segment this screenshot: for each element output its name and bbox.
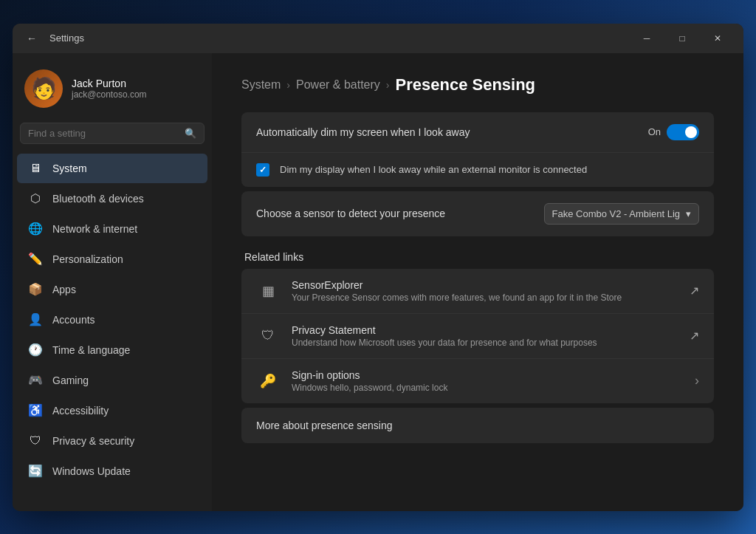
search-box[interactable]: 🔍 bbox=[20, 123, 205, 144]
nav-icon-accounts: 👤 bbox=[27, 312, 44, 328]
external-icon-sensor-explorer: ↗ bbox=[690, 284, 699, 298]
link-row-privacy-statement[interactable]: 🛡 Privacy Statement Understand how Micro… bbox=[241, 314, 714, 359]
toggle-label: On bbox=[648, 126, 661, 137]
nav-list: 🖥System⬡Bluetooth & devices🌐Network & in… bbox=[13, 153, 212, 487]
sidebar-item-apps[interactable]: 📦Apps bbox=[17, 275, 207, 304]
user-name: Jack Purton bbox=[72, 78, 147, 89]
nav-label-accessibility: Accessibility bbox=[52, 405, 109, 417]
nav-label-system: System bbox=[52, 162, 87, 174]
nav-icon-bluetooth: ⬡ bbox=[27, 191, 44, 207]
sensor-label: Choose a sensor to detect your presence bbox=[256, 208, 445, 219]
sensor-row: Choose a sensor to detect your presence … bbox=[241, 191, 714, 236]
nav-icon-privacy: 🛡 bbox=[27, 433, 44, 449]
nav-label-accounts: Accounts bbox=[52, 314, 95, 326]
sidebar-item-gaming[interactable]: 🎮Gaming bbox=[17, 366, 207, 395]
nav-icon-accessibility: ♿ bbox=[27, 403, 44, 419]
dim-screen-toggle[interactable] bbox=[667, 124, 699, 140]
close-button[interactable]: ✕ bbox=[701, 27, 735, 50]
dim-monitor-row[interactable]: Dim my display when I look away while an… bbox=[241, 153, 714, 187]
link-icon-privacy-statement: 🛡 bbox=[256, 324, 280, 348]
avatar: 🧑 bbox=[24, 69, 63, 108]
sidebar-item-update[interactable]: 🔄Windows Update bbox=[17, 456, 207, 486]
sensor-value: Fake Combo V2 - Ambient Lig bbox=[552, 208, 680, 219]
breadcrumb-current: Presence Sensing bbox=[396, 75, 536, 95]
nav-label-time: Time & language bbox=[52, 344, 130, 356]
sensor-select[interactable]: Fake Combo V2 - Ambient Lig ▾ bbox=[544, 203, 699, 225]
user-info: Jack Purton jack@contoso.com bbox=[72, 78, 147, 100]
titlebar-left: ← Settings bbox=[21, 28, 84, 49]
search-icon: 🔍 bbox=[185, 128, 196, 139]
sidebar-item-bluetooth[interactable]: ⬡Bluetooth & devices bbox=[17, 184, 207, 213]
link-title-sensor-explorer: SensorExplorer bbox=[292, 279, 678, 291]
sidebar-item-network[interactable]: 🌐Network & internet bbox=[17, 214, 207, 244]
nav-label-update: Windows Update bbox=[52, 465, 131, 477]
sidebar-item-accounts[interactable]: 👤Accounts bbox=[17, 305, 207, 335]
link-text-sensor-explorer: SensorExplorer Your Presence Sensor come… bbox=[292, 279, 678, 303]
dim-screen-card: Automatically dim my screen when I look … bbox=[241, 112, 714, 187]
sensor-card: Choose a sensor to detect your presence … bbox=[241, 191, 714, 236]
nav-label-apps: Apps bbox=[52, 284, 76, 295]
breadcrumb-power[interactable]: Power & battery bbox=[296, 78, 380, 92]
dim-screen-row: Automatically dim my screen when I look … bbox=[241, 112, 714, 153]
nav-icon-network: 🌐 bbox=[27, 221, 44, 237]
settings-window: ← Settings ─ □ ✕ 🧑 Jack Purton jack@cont… bbox=[13, 24, 743, 511]
breadcrumb: System › Power & battery › Presence Sens… bbox=[241, 75, 714, 95]
content-area: 🧑 Jack Purton jack@contoso.com 🔍 🖥System… bbox=[13, 53, 743, 511]
nav-icon-gaming: 🎮 bbox=[27, 372, 44, 388]
link-text-privacy-statement: Privacy Statement Understand how Microso… bbox=[292, 324, 678, 348]
breadcrumb-system[interactable]: System bbox=[241, 78, 281, 92]
link-title-privacy-statement: Privacy Statement bbox=[292, 324, 678, 336]
sensor-dropdown-icon: ▾ bbox=[686, 208, 691, 219]
titlebar: ← Settings ─ □ ✕ bbox=[13, 24, 743, 53]
nav-icon-time: 🕐 bbox=[27, 342, 44, 358]
link-row-sign-in[interactable]: 🔑 Sign-in options Windows hello, passwor… bbox=[241, 359, 714, 403]
nav-icon-update: 🔄 bbox=[27, 463, 44, 479]
related-links-title: Related links bbox=[241, 241, 714, 269]
link-row-sensor-explorer[interactable]: ▦ SensorExplorer Your Presence Sensor co… bbox=[241, 269, 714, 314]
nav-label-privacy: Privacy & security bbox=[52, 435, 134, 447]
link-desc-sign-in: Windows hello, password, dynamic lock bbox=[292, 383, 683, 393]
link-desc-privacy-statement: Understand how Microsoft uses your data … bbox=[292, 338, 678, 348]
sidebar-item-personalization[interactable]: ✏️Personalization bbox=[17, 244, 207, 274]
titlebar-controls: ─ □ ✕ bbox=[630, 27, 735, 50]
main-content: System › Power & battery › Presence Sens… bbox=[212, 53, 743, 511]
nav-label-bluetooth: Bluetooth & devices bbox=[52, 193, 144, 205]
user-profile[interactable]: 🧑 Jack Purton jack@contoso.com bbox=[13, 62, 212, 120]
sidebar-item-time[interactable]: 🕐Time & language bbox=[17, 335, 207, 365]
related-links-card: ▦ SensorExplorer Your Presence Sensor co… bbox=[241, 269, 714, 403]
sidebar-item-privacy[interactable]: 🛡Privacy & security bbox=[17, 426, 207, 456]
nav-icon-personalization: ✏️ bbox=[27, 251, 44, 267]
sep2: › bbox=[386, 79, 390, 91]
nav-icon-apps: 📦 bbox=[27, 281, 44, 298]
link-icon-sensor-explorer: ▦ bbox=[256, 279, 280, 303]
link-icon-sign-in: 🔑 bbox=[256, 369, 280, 393]
dim-monitor-label: Dim my display when I look away while an… bbox=[280, 164, 587, 175]
nav-label-personalization: Personalization bbox=[52, 253, 123, 265]
toggle-container: On bbox=[648, 124, 699, 140]
nav-label-gaming: Gaming bbox=[52, 374, 89, 386]
link-title-sign-in: Sign-in options bbox=[292, 369, 683, 381]
maximize-button[interactable]: □ bbox=[665, 27, 699, 50]
nav-icon-system: 🖥 bbox=[27, 160, 44, 177]
more-link[interactable]: More about presence sensing bbox=[241, 408, 714, 443]
titlebar-title: Settings bbox=[49, 32, 84, 44]
dim-monitor-checkbox[interactable] bbox=[256, 163, 269, 177]
user-email: jack@contoso.com bbox=[72, 89, 147, 100]
nav-label-network: Network & internet bbox=[52, 223, 137, 235]
search-input[interactable] bbox=[28, 128, 179, 139]
sidebar-item-accessibility[interactable]: ♿Accessibility bbox=[17, 396, 207, 425]
link-desc-sensor-explorer: Your Presence Sensor comes with more fea… bbox=[292, 292, 678, 303]
back-button[interactable]: ← bbox=[21, 28, 42, 49]
arrow-icon-sign-in: › bbox=[695, 373, 699, 388]
sep1: › bbox=[286, 79, 290, 91]
minimize-button[interactable]: ─ bbox=[630, 27, 664, 50]
sidebar: 🧑 Jack Purton jack@contoso.com 🔍 🖥System… bbox=[13, 53, 212, 511]
link-text-sign-in: Sign-in options Windows hello, password,… bbox=[292, 369, 683, 393]
sidebar-item-system[interactable]: 🖥System bbox=[17, 154, 207, 183]
dim-screen-label: Automatically dim my screen when I look … bbox=[256, 126, 470, 138]
external-icon-privacy-statement: ↗ bbox=[690, 329, 699, 343]
